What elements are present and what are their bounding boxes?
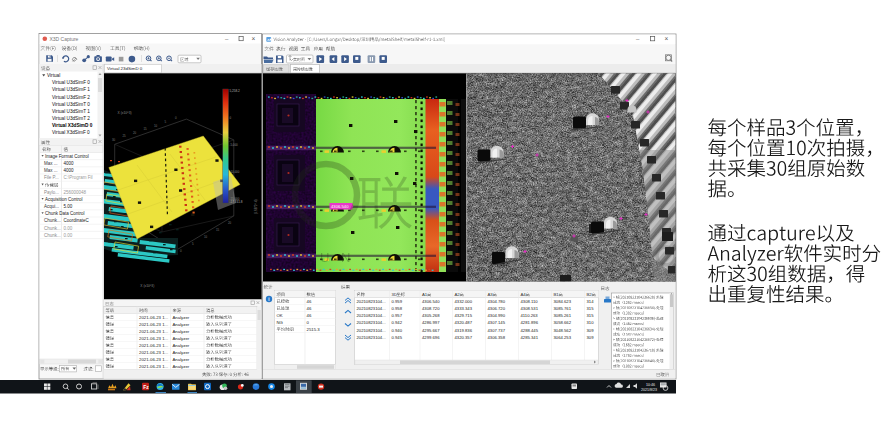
svg-text:309: 309 bbox=[587, 335, 595, 340]
svg-text:4288.445: 4288.445 bbox=[521, 328, 539, 333]
svg-text:4306.540: 4306.540 bbox=[422, 299, 440, 304]
svg-text:Virtual: Virtual bbox=[47, 73, 60, 78]
svg-text:4285.341: 4285.341 bbox=[521, 335, 539, 340]
svg-text:314: 314 bbox=[587, 299, 595, 304]
svg-text:File P...: File P... bbox=[44, 175, 59, 180]
svg-text:4320.487: 4320.487 bbox=[455, 320, 473, 325]
svg-text:Chunk...: Chunk... bbox=[44, 226, 61, 231]
svg-text:30: 30 bbox=[112, 138, 116, 142]
svg-text:4304.780: 4304.780 bbox=[488, 299, 506, 304]
svg-text:25: 25 bbox=[123, 134, 127, 138]
svg-text:2021-06-23 1...: 2021-06-23 1... bbox=[139, 315, 168, 320]
svg-text:10: 10 bbox=[154, 124, 158, 128]
svg-text:2021-06-23 1...: 2021-06-23 1... bbox=[139, 322, 168, 327]
svg-text:315: 315 bbox=[587, 313, 595, 318]
svg-text:0.958: 0.958 bbox=[392, 306, 403, 311]
svg-text:Paylo...: Paylo... bbox=[44, 190, 59, 195]
svg-text:20210823104...: 20210823104... bbox=[357, 320, 386, 325]
svg-text:20210823104...: 20210823104... bbox=[357, 299, 386, 304]
svg-text:Virtual U3dSimF 1: Virtual U3dSimF 1 bbox=[52, 87, 90, 92]
svg-text:Virtual U3dSimT 1: Virtual U3dSimT 1 bbox=[52, 109, 90, 114]
svg-text:0.959: 0.959 bbox=[392, 299, 403, 304]
svg-text:Analyzer: Analyzer bbox=[173, 322, 190, 327]
svg-text:×: × bbox=[252, 35, 256, 42]
svg-text:2021-06-23 1...: 2021-06-23 1... bbox=[139, 329, 168, 334]
svg-text:Virtual U3dSimF 0: Virtual U3dSimF 0 bbox=[52, 80, 90, 85]
svg-text:256000048: 256000048 bbox=[64, 190, 87, 195]
svg-text:4319.836: 4319.836 bbox=[455, 328, 473, 333]
svg-text:20: 20 bbox=[228, 221, 232, 225]
svg-text:315: 315 bbox=[587, 306, 595, 311]
svg-text:Chunk Data Control: Chunk Data Control bbox=[45, 211, 85, 216]
svg-text:5,258.2: 5,258.2 bbox=[230, 89, 241, 93]
svg-text:4281.896: 4281.896 bbox=[521, 320, 539, 325]
svg-text:-5,000: -5,000 bbox=[230, 143, 239, 147]
svg-text:4320.357: 4320.357 bbox=[455, 335, 473, 340]
svg-text:15: 15 bbox=[144, 127, 148, 131]
svg-text:0.00: 0.00 bbox=[64, 233, 73, 238]
svg-text:2021-06-23 1...: 2021-06-23 1... bbox=[139, 343, 168, 348]
svg-text:Acqui...: Acqui... bbox=[44, 204, 59, 209]
svg-text:2021-06-23 1...: 2021-06-23 1... bbox=[139, 357, 168, 362]
svg-text:3D: 3D bbox=[392, 292, 398, 297]
svg-text:4295.667: 4295.667 bbox=[422, 328, 440, 333]
svg-text:B2: B2 bbox=[587, 292, 593, 297]
svg-text:Virtual U3dSimT 0: Virtual U3dSimT 0 bbox=[52, 102, 90, 107]
svg-text:2021-06-23 1...: 2021-06-23 1... bbox=[139, 350, 168, 355]
svg-text:NG: NG bbox=[277, 320, 284, 325]
svg-text:4306.358: 4306.358 bbox=[488, 335, 506, 340]
svg-text:Virtual X3dSimF 0: Virtual X3dSimF 0 bbox=[52, 130, 90, 135]
svg-text:4308.110: 4308.110 bbox=[521, 299, 539, 304]
svg-text:0.942: 0.942 bbox=[392, 320, 403, 325]
svg-text:Virtual X3dSimD 0: Virtual X3dSimD 0 bbox=[52, 123, 93, 128]
svg-text:Virtual 23dSimD 0: Virtual 23dSimD 0 bbox=[107, 66, 143, 71]
svg-text:310: 310 bbox=[587, 320, 595, 325]
svg-text:C:\Program Fil: C:\Program Fil bbox=[64, 175, 93, 180]
svg-text:3085.261: 3085.261 bbox=[554, 313, 572, 318]
svg-text:4304.990: 4304.990 bbox=[488, 313, 506, 318]
svg-text:A2: A2 bbox=[455, 292, 461, 297]
svg-text:4333.343: 4333.343 bbox=[455, 306, 473, 311]
svg-text:3064.253: 3064.253 bbox=[554, 335, 572, 340]
svg-text:-10,000: -10,000 bbox=[230, 170, 240, 174]
svg-text:Chunk...: Chunk... bbox=[44, 218, 61, 223]
svg-text:A1: A1 bbox=[422, 292, 428, 297]
svg-text:0.00: 0.00 bbox=[64, 226, 73, 231]
svg-text:4000: 4000 bbox=[64, 168, 75, 173]
svg-text:4308.531: 4308.531 bbox=[521, 306, 539, 311]
svg-text:4306.720: 4306.720 bbox=[488, 306, 506, 311]
svg-text:46: 46 bbox=[307, 313, 312, 318]
svg-text:10:46: 10:46 bbox=[646, 383, 655, 387]
svg-text:2021-06-23 1...: 2021-06-23 1... bbox=[139, 336, 168, 341]
svg-text:Fz: Fz bbox=[143, 384, 149, 390]
svg-text:X (x10^3): X (x10^3) bbox=[140, 284, 154, 288]
svg-text:Analyzer: Analyzer bbox=[173, 343, 190, 348]
svg-text:46: 46 bbox=[307, 306, 312, 311]
svg-text:3048.562: 3048.562 bbox=[554, 328, 572, 333]
svg-text:4307.737: 4307.737 bbox=[488, 328, 506, 333]
svg-text:Chunk...: Chunk... bbox=[44, 233, 61, 238]
svg-text:Analyzer: Analyzer bbox=[173, 350, 190, 355]
svg-text:i: i bbox=[268, 297, 269, 302]
svg-text:A4: A4 bbox=[521, 292, 527, 297]
svg-text:2515.3: 2515.3 bbox=[307, 327, 321, 332]
svg-text:4305.268: 4305.268 bbox=[422, 313, 440, 318]
svg-text:20210823104...: 20210823104... bbox=[357, 328, 386, 333]
svg-text:4332.000: 4332.000 bbox=[455, 299, 473, 304]
svg-text:2021/8/23: 2021/8/23 bbox=[641, 388, 657, 392]
svg-text:0.940: 0.940 bbox=[392, 328, 403, 333]
svg-text:20210823104...: 20210823104... bbox=[357, 306, 386, 311]
svg-text:Image Format Control: Image Format Control bbox=[45, 154, 89, 159]
svg-text:Max ...: Max ... bbox=[44, 168, 58, 173]
svg-text:4299.696: 4299.696 bbox=[422, 335, 440, 340]
svg-text:3058.662: 3058.662 bbox=[554, 320, 572, 325]
svg-text:309: 309 bbox=[587, 328, 595, 333]
svg-text:Virtual U3dSimT 2: Virtual U3dSimT 2 bbox=[52, 116, 90, 121]
svg-text:B1: B1 bbox=[554, 292, 560, 297]
svg-text:4329.715: 4329.715 bbox=[455, 313, 473, 318]
svg-text:0.957: 0.957 bbox=[392, 313, 403, 318]
svg-text:U N: U N bbox=[320, 250, 354, 265]
svg-text:-17,741.8: -17,741.8 bbox=[230, 200, 243, 204]
svg-text:4286.997: 4286.997 bbox=[422, 320, 440, 325]
svg-text:4110.263: 4110.263 bbox=[521, 313, 539, 318]
